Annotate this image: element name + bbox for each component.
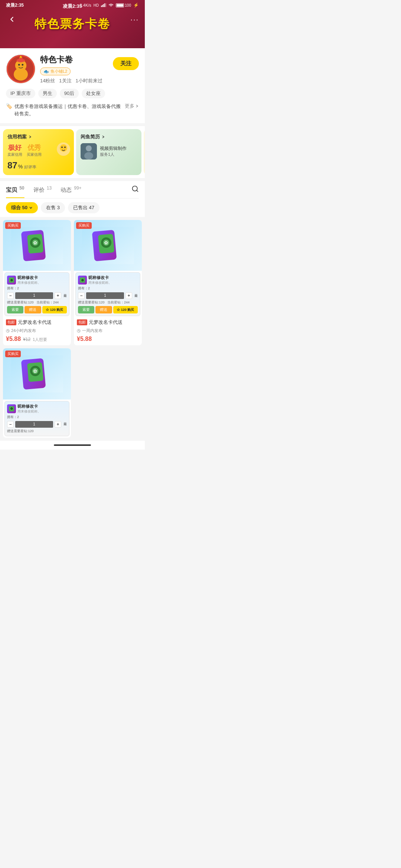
buyer-rating-label: 买家信用 (27, 152, 42, 157)
svg-rect-1 (102, 5, 103, 7)
filter-all-button[interactable]: 综合 50 (6, 202, 38, 213)
signal-icon (101, 3, 106, 7)
tab-items[interactable]: 宝贝 50 (6, 181, 25, 198)
good-rate-label: 好评率 (24, 164, 36, 170)
filter-on-sale-button[interactable]: 在售 3 (41, 202, 65, 213)
profile-name: 特色卡卷 (40, 54, 108, 65)
follow-button[interactable]: 关注 (113, 57, 139, 70)
delivery-time-1: 24小时内发布 (3, 327, 71, 334)
free-shipping-2: 包邮 (77, 319, 87, 325)
credit-title: 信用档案 (7, 134, 69, 140)
qty-minus-1[interactable]: − (7, 292, 14, 299)
good-rate: 87 % 好评率 (7, 160, 69, 171)
card-name-3: 昵称修改卡 (17, 404, 41, 409)
product-card[interactable]: ✿ 买购买 ✿ 昵称修改卡 用来修改昵称。 (3, 220, 71, 345)
tab-search-button[interactable] (131, 185, 139, 194)
card-desc-1: 用来修改昵称。 (17, 280, 41, 285)
card-qty-3: 拥有：2 (7, 415, 67, 420)
credit-content: 极好 卖家信用 优秀 买家信用 87 % 好评率 (7, 143, 69, 171)
wifi-icon (108, 3, 114, 7)
card-mini-icon-3: ✿ (7, 404, 16, 413)
profile-section: 特色卡卷 🐟 鱼小铺L2 14粉丝 1关注 1小时前来过 关注 IP 重庆市 男… (0, 48, 145, 123)
qty-value-3: 1 (15, 421, 53, 428)
resume-arrow-icon (101, 135, 105, 139)
max-label-2: 最 (134, 293, 138, 298)
last-seen: 1小时前来过 (75, 78, 102, 83)
avatar (6, 54, 36, 84)
product-image-wrap: ✿ 买购买 (3, 220, 71, 271)
battery-level: 100 (125, 3, 131, 7)
bio-icon: 🏷️ (6, 103, 12, 109)
battery-container: 100 (116, 3, 131, 7)
avatar-image (7, 55, 35, 83)
back-button[interactable] (6, 13, 18, 25)
bio-row: 🏷️ 优惠卡卷游戏装备搬运｜优惠卡卷、游戏装备代搬砖售卖。 更多 (6, 103, 139, 117)
bio-more-button[interactable]: 更多 (125, 103, 139, 109)
tag-zodiac: 处女座 (82, 89, 105, 98)
product-title-2: 元梦改名卡代送 (89, 319, 123, 326)
ask-btn-2[interactable]: 索要 (78, 306, 94, 313)
qty-controls-1: − 1 + 最 (7, 292, 67, 299)
buyer-rating: 优秀 买家信用 (27, 143, 42, 157)
filter-sold-button[interactable]: 已售出 47 (68, 202, 100, 213)
good-rate-num: 87 (7, 160, 17, 171)
card-name-row-3: ✿ 昵称修改卡 用来修改昵称。 (7, 404, 67, 414)
resume-thumbnail (81, 143, 97, 160)
svg-rect-2 (103, 4, 104, 7)
qty-plus-3[interactable]: + (55, 421, 61, 428)
svg-point-17 (64, 147, 66, 148)
buy-badge-3: 买购买 (5, 351, 21, 357)
tab-dynamics[interactable]: 动态 99+ (61, 181, 82, 198)
gift-btn-1[interactable]: 赠送 (25, 306, 41, 313)
svg-text:✿: ✿ (104, 240, 108, 246)
free-shipping-1: 包邮 (6, 319, 16, 325)
product-card-details: ✿ 昵称修改卡 用来修改昵称。 拥有：2 − 1 + 最 赠送需要星钻: (4, 272, 69, 316)
product-card-2[interactable]: ✿ 买购买 ✿ 昵称修改卡 用来修改昵称。 拥有 (74, 220, 142, 345)
shop-badge-icon: 🐟 (43, 69, 49, 74)
ask-btn-1[interactable]: 索要 (7, 306, 23, 313)
svg-point-19 (86, 145, 92, 151)
buy-btn-1[interactable]: ☆ 120 购买 (42, 306, 67, 313)
product-card-3[interactable]: ✿ 买购买 ✿ 昵称修改卡 用来修改昵称。 拥有 (3, 348, 71, 437)
delivery-time-2: 一周内发布 (74, 327, 142, 334)
credit-card[interactable]: 信用档案 极好 (3, 129, 74, 175)
svg-point-20 (84, 152, 93, 160)
battery-icon (116, 3, 124, 7)
price-main-2: ¥5.88 (77, 336, 92, 342)
tag-ip: IP 重庆市 (6, 89, 35, 98)
max-label-3: 最 (63, 422, 67, 427)
qty-controls-3: − 1 + 最 (7, 421, 67, 428)
status-time-display: 凌晨2:35 (6, 2, 24, 9)
qty-minus-3[interactable]: − (7, 421, 14, 428)
qty-plus-1[interactable]: + (55, 292, 61, 299)
qty-minus-2[interactable]: − (78, 292, 85, 299)
product-card-details-2: ✿ 昵称修改卡 用来修改昵称。 拥有：2 − 1 + 最 赠送需要星钻: (75, 272, 140, 316)
star-cost-1: 赠送需要星钻:120 当前星钻：244 (7, 300, 67, 305)
good-rate-pct: % (18, 164, 23, 170)
max-label-1: 最 (63, 293, 67, 298)
resume-thumb-image (81, 143, 97, 160)
buy-btn-2[interactable]: ☆ 120 购买 (113, 306, 138, 313)
tab-reviews[interactable]: 评价 13 (33, 181, 52, 198)
gift-btn-2[interactable]: 赠送 (95, 306, 112, 313)
clock-icon-2 (77, 329, 81, 333)
card-desc-3: 用来修改昵称。 (17, 409, 41, 414)
praise-wall-card[interactable]: 夸夸墙 共获得4 宝藏 (144, 129, 145, 175)
product-title-row-2: 包邮 元梦改名卡代送 (74, 318, 142, 327)
action-btns-1: 索要 赠送 ☆ 120 购买 (7, 306, 67, 313)
resume-title: 闲鱼简历 (81, 134, 137, 140)
buyer-rating-val: 优秀 (27, 143, 42, 152)
profile-info: 特色卡卷 🐟 鱼小铺L2 14粉丝 1关注 1小时前来过 (40, 54, 108, 84)
price-main-1: ¥5.88 (6, 336, 21, 342)
more-button[interactable]: ··· (130, 15, 139, 24)
product-title-row-1: 包邮 元梦改名卡代送 (3, 318, 71, 327)
tag-gender: 男生 (38, 89, 57, 98)
resume-item-title: 视频剪辑制作 (100, 145, 127, 152)
svg-rect-4 (105, 3, 106, 7)
qty-plus-2[interactable]: + (125, 292, 132, 299)
clock-icon-1 (6, 329, 10, 333)
following-count: 1关注 (59, 78, 71, 83)
svg-text:✿: ✿ (33, 240, 37, 246)
qty-value-1: 1 (15, 292, 53, 299)
resume-card[interactable]: 闲鱼简历 视频剪辑制作 (76, 129, 141, 175)
